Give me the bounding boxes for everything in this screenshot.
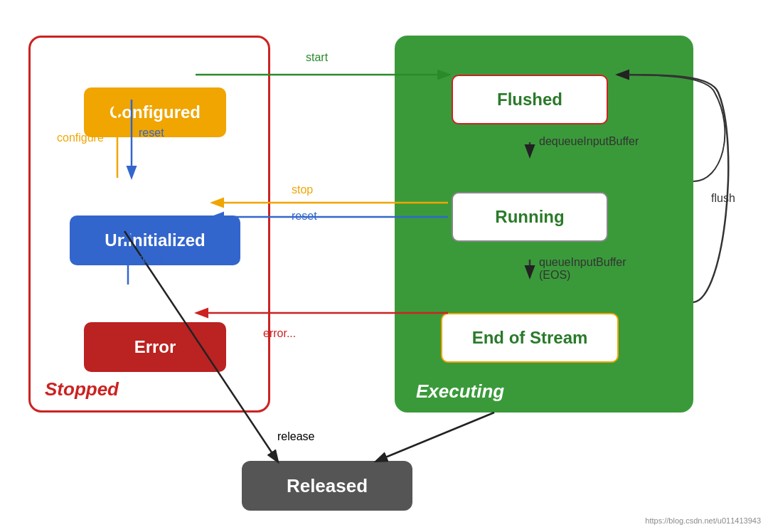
- eos-label: End of Stream: [472, 328, 588, 348]
- released-state: Released: [242, 461, 412, 511]
- svg-line-10: [377, 413, 494, 461]
- configured-label: Configured: [110, 102, 201, 122]
- eos-state: End of Stream: [441, 313, 619, 363]
- executing-group: Flushed Running End of Stream Executing: [395, 36, 693, 413]
- stopped-group-label: Stopped: [45, 378, 119, 400]
- stopped-group: Configured Uninitialized Error Stopped: [28, 36, 270, 413]
- label-flush: flush: [711, 192, 735, 205]
- flushed-label: Flushed: [497, 90, 562, 110]
- flushed-state: Flushed: [452, 75, 608, 124]
- running-label: Running: [495, 207, 564, 227]
- released-label: Released: [287, 475, 368, 497]
- label-configure: configure: [57, 132, 104, 144]
- executing-group-label: Executing: [416, 381, 504, 403]
- label-queue-eos: queueInputBuffer (EOS): [539, 256, 626, 282]
- label-reset-error: reset: [139, 252, 164, 265]
- watermark: https://blog.csdn.net/u011413943: [645, 516, 761, 525]
- running-state: Running: [452, 192, 608, 242]
- label-start: start: [306, 51, 328, 64]
- diagram-container: Configured Uninitialized Error Stopped F…: [0, 0, 768, 532]
- label-reset-exec: reset: [292, 210, 317, 223]
- error-label: Error: [134, 337, 176, 357]
- label-release: release: [277, 430, 314, 443]
- error-state: Error: [84, 322, 226, 372]
- label-reset-conf: reset: [139, 127, 164, 139]
- label-stop: stop: [292, 183, 313, 196]
- uninitialized-label: Uninitialized: [105, 230, 205, 250]
- label-error: error...: [263, 327, 296, 340]
- label-dequeue: dequeueInputBuffer: [539, 135, 639, 148]
